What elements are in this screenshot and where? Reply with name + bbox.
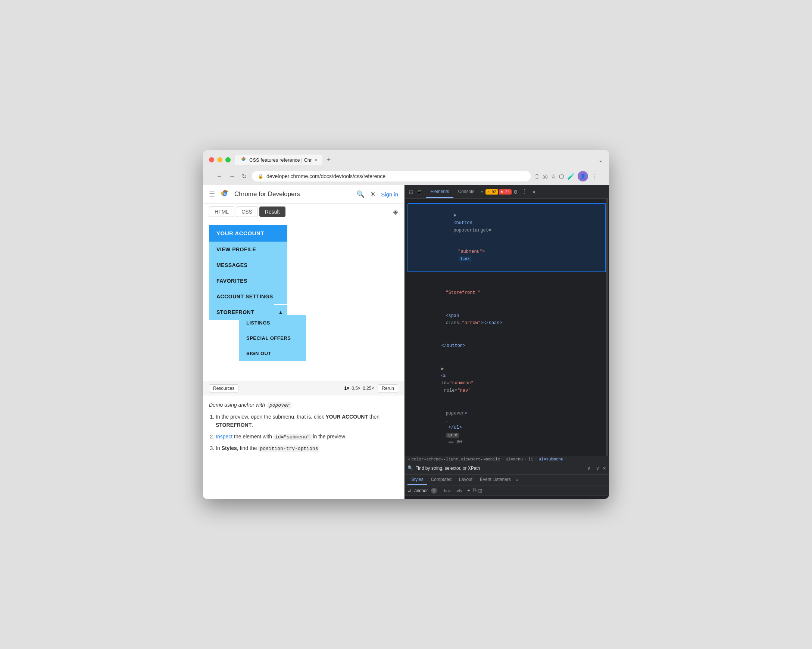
reading-mode-icon[interactable]: ◎ [543,173,548,180]
html-submenu-line[interactable]: "submenu"> flex [411,241,603,270]
url-bar[interactable]: 🔒 developer.chrome.com/docs/devtools/css… [252,171,531,182]
forward-btn[interactable]: → [227,171,237,181]
html-button-close-line[interactable]: </button> [404,335,609,358]
step1-end: . [252,422,253,428]
zoom-05x[interactable]: 0.5× [351,386,360,391]
steps-list: In the preview, open the submenu, that i… [209,413,398,453]
back-btn[interactable]: ← [215,171,224,181]
breadcrumb-nav-left[interactable]: ◀ [408,457,410,462]
your-account-btn[interactable]: YOUR ACCOUNT [209,225,287,242]
devtools-panel: ⬚ 📱 Elements Console » ⚠ 92 ✖ 24 ⚙ ⋮ ✕ [404,185,609,499]
step-3: In Styles, find the position-try-options [216,444,398,453]
bookmark-icon[interactable]: ☆ [551,173,556,180]
hamburger-icon[interactable]: ☰ [209,190,215,198]
profile-icon[interactable]: 🧪 [567,173,575,180]
filter-input[interactable] [415,466,584,471]
elements-pane: ▼ <button popovertarget= "submenu"> flex [404,199,609,456]
cls-label[interactable]: .cls [456,488,462,493]
devtools-more-icon[interactable]: ⋮ [519,186,530,198]
html-span-arrow-line[interactable]: <span class="arrow"></span> [404,304,609,335]
result-tab[interactable]: Result [259,207,285,217]
cast-icon[interactable]: ⬡ [534,173,540,180]
chrome-logo [220,189,230,199]
elements-scrollbar[interactable] [606,199,608,456]
theme-icon[interactable]: ☀ [370,190,376,198]
view-profile-item[interactable]: VIEW PROFILE [209,242,287,257]
active-tab[interactable]: CSS features reference | Chr × [235,155,322,165]
demo-subtitle: Demo using anchor with popover [209,401,398,410]
avatar-initial: 👤 [580,174,586,179]
html-button-line[interactable]: ▼ <button popovertarget= [411,205,603,241]
reload-btn[interactable]: ↻ [240,171,248,182]
special-offers-item[interactable]: SPECIAL OFFERS [239,331,306,346]
tab-title: CSS features reference | Chr [249,157,311,163]
messages-item[interactable]: MESSAGES [209,257,287,273]
tab-menu-btn[interactable]: ⌄ [598,156,603,164]
sign-in-btn[interactable]: Sign in [381,191,398,197]
event-listeners-tab[interactable]: Event Listeners [476,475,514,485]
console-tab[interactable]: Console [453,186,479,198]
account-settings-item[interactable]: ACCOUNT SETTINGS [209,289,287,304]
filter-down-btn[interactable]: ∨ [594,464,600,472]
css-tab[interactable]: CSS [236,207,258,217]
submenu: LISTINGS SPECIAL OFFERS SIGN OUT [239,315,306,361]
zoom-025x[interactable]: 0.25× [363,386,374,391]
search-icon[interactable]: 🔍 [356,190,365,198]
new-tab-btn[interactable]: + [324,155,334,165]
select-element-icon[interactable]: ⬚ [408,187,414,196]
breadcrumb-bar: ◀ color-scheme--light.viewport--mobile ›… [404,456,609,462]
css-rules-area: mdYdpOM?ani…pe=embed:46 #submenu { posit… [404,496,609,499]
popover-code: popover [268,402,292,409]
chrome-menu-icon[interactable]: ⋮ [591,173,597,180]
step1-bold1: YOUR ACCOUNT [325,414,368,420]
clear-filter-btn[interactable]: ✕ [431,488,437,494]
title-bar: CSS features reference | Chr × + ⌄ ← → ↻… [203,150,609,185]
step1-bold2: STOREFRONT [216,422,252,428]
html-ul-line[interactable]: ▶ <ul id="submenu" role="nav" [404,358,609,402]
elements-wrapper: ▼ <button popovertarget= "submenu"> flex [404,199,609,456]
filter-close-btn[interactable]: ✕ [603,465,606,471]
filter-up-btn[interactable]: ∧ [586,464,592,472]
devtools-settings-icon[interactable]: ⚙ [511,186,520,198]
copy-styles-icon[interactable]: ⎘ [473,487,476,494]
add-rule-icon[interactable]: + [467,488,470,494]
css-rule-source[interactable]: mdYdpOM?ani…pe=embed:46 [404,497,609,499]
device-mode-icon[interactable]: 📱 [415,187,424,196]
rerun-btn[interactable]: Rerun [378,384,398,392]
sign-out-item[interactable]: SIGN OUT [239,346,306,361]
minimize-traffic-light[interactable] [217,157,223,162]
zoom-1x[interactable]: 1× [345,386,350,391]
fullscreen-traffic-light[interactable] [225,157,230,162]
breadcrumb-color-scheme[interactable]: color-scheme--light.viewport--mobile [412,457,501,462]
html-popover-line[interactable]: popover> … </ul> grid == $0 [404,402,609,454]
html-storefront-line[interactable]: "Storefront " [404,274,609,305]
breadcrumb-submenu[interactable]: ul#submenu [539,457,563,462]
step2-mid: the element with [232,433,273,439]
computed-tab[interactable]: Computed [427,475,455,485]
html-tab[interactable]: HTML [209,207,234,217]
resources-btn[interactable]: Resources [209,384,238,392]
inspect-link[interactable]: Inspect [216,433,232,439]
devtools-close-icon[interactable]: ✕ [530,186,538,198]
breadcrumb-menu[interactable]: ul#menu [506,457,523,462]
extension-icon[interactable]: ⬡ [559,173,564,180]
favorites-item[interactable]: FAVORITES [209,273,287,289]
tab-close-btn[interactable]: × [314,158,317,162]
breadcrumb-li[interactable]: li [528,457,533,462]
profile-avatar[interactable]: 👤 [578,171,588,182]
layout-tab[interactable]: Layout [455,475,476,485]
position-try-code: position-try-options [258,445,319,452]
styles-tab[interactable]: Styles [408,475,427,485]
close-traffic-light[interactable] [209,157,214,162]
shadow-editor-icon[interactable]: ◫ [478,487,481,494]
pseudo-cls-label[interactable]: :hov [443,488,451,493]
grid-badge: grid [446,433,459,438]
storefront-btn[interactable]: STOREFRONT [209,304,274,320]
more-tabs-btn[interactable]: » [479,187,485,197]
elements-tab[interactable]: Elements [426,186,453,198]
styles-more-btn[interactable]: » [514,475,520,485]
resources-bar: Resources 1× 0.5× 0.25× Rerun [203,381,404,395]
security-icon: 🔒 [258,174,264,179]
nav-menu: YOUR ACCOUNT VIEW PROFILE MESSAGES FAVOR… [209,225,287,320]
embed-icon[interactable]: ◈ [393,208,398,216]
